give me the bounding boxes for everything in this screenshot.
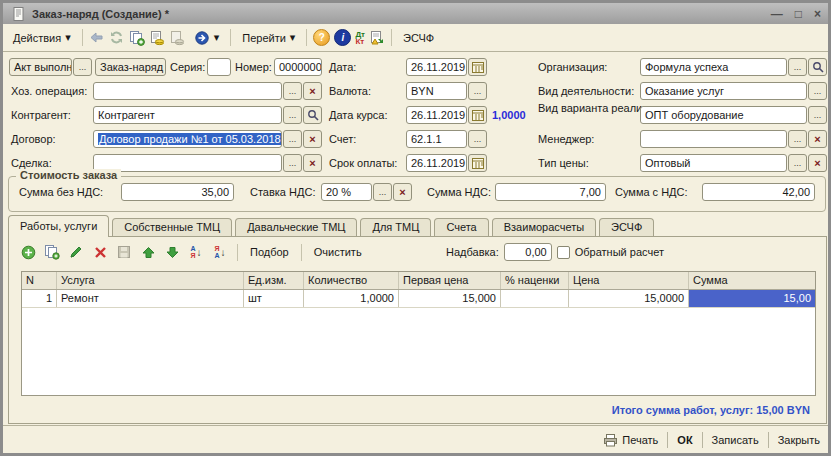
contragent-open-button[interactable] xyxy=(303,106,322,124)
doc-type-selector[interactable]: Заказ-наряд xyxy=(95,58,166,76)
organization-open-button[interactable] xyxy=(808,58,827,76)
eschf-toolbar-button[interactable]: ЭСЧФ xyxy=(398,30,439,46)
close-button[interactable]: Закрыть xyxy=(778,434,820,446)
end-edit-button[interactable] xyxy=(115,243,133,261)
currency-label: Валюта: xyxy=(329,82,371,100)
col-header-sum: Сумма xyxy=(689,272,815,289)
number-input[interactable]: 0000000 xyxy=(274,58,322,76)
save-button[interactable]: Записать xyxy=(712,434,759,446)
sort-ascending-icon[interactable]: А Я ↓ xyxy=(187,243,205,261)
cell-markup-pct[interactable] xyxy=(501,290,569,307)
tab-davalcheskie-tmc[interactable]: Давальческие ТМЦ xyxy=(235,218,357,237)
toolbar-separator xyxy=(391,29,392,46)
cell-n[interactable]: 1 xyxy=(22,290,57,307)
deal-input[interactable] xyxy=(93,154,282,172)
contract-input[interactable]: Договор продажи №1 от 05.03.2018 xyxy=(93,130,282,148)
vat-rate-clear-button[interactable]: × xyxy=(393,183,412,201)
payment-due-calendar-button[interactable] xyxy=(468,154,487,172)
date-calendar-button[interactable] xyxy=(468,58,487,76)
vat-sum-input[interactable]: 7,00 xyxy=(495,183,606,201)
currency-input[interactable]: BYN xyxy=(406,82,467,100)
series-input[interactable] xyxy=(207,58,231,76)
organization-select-button[interactable]: ... xyxy=(788,58,807,76)
edit-row-button[interactable] xyxy=(67,243,85,261)
activity-select-button[interactable]: ... xyxy=(808,82,827,100)
currency-select-button[interactable]: ... xyxy=(468,82,487,100)
maximize-button[interactable]: □ xyxy=(795,5,802,23)
sum-no-vat-input[interactable]: 35,00 xyxy=(121,183,234,201)
info-icon[interactable]: i xyxy=(334,29,351,46)
hoz-operation-clear-button[interactable]: × xyxy=(303,82,322,100)
post-document-icon[interactable] xyxy=(149,30,165,46)
reverse-calc-checkbox[interactable] xyxy=(557,246,570,259)
output-dropdown-button[interactable]: ▾ xyxy=(189,28,225,48)
cell-unit[interactable]: шт xyxy=(244,290,304,307)
deal-clear-button[interactable]: × xyxy=(303,154,322,172)
vat-rate-input[interactable]: 20 % xyxy=(321,183,372,201)
sort-descending-icon[interactable]: Я А ↓ xyxy=(211,243,229,261)
sum-with-vat-input[interactable]: 42,00 xyxy=(702,183,815,201)
move-down-button[interactable] xyxy=(163,243,181,261)
move-up-button[interactable] xyxy=(139,243,157,261)
ok-button[interactable]: ОК xyxy=(677,434,692,446)
cell-price[interactable]: 15,0000 xyxy=(569,290,689,307)
contract-clear-button[interactable]: × xyxy=(303,130,322,148)
manager-input[interactable] xyxy=(640,130,787,148)
podbor-button[interactable]: Подбор xyxy=(246,245,293,259)
manager-select-button[interactable]: ... xyxy=(788,130,807,148)
cell-quantity[interactable]: 1,0000 xyxy=(304,290,399,307)
contragent-select-button[interactable]: ... xyxy=(283,106,302,124)
cell-first-price[interactable]: 15,000 xyxy=(399,290,501,307)
rate-date-input[interactable]: 26.11.2019 xyxy=(406,106,467,124)
activity-input[interactable]: Оказание услуг xyxy=(640,82,807,100)
markup-input[interactable]: 0,00 xyxy=(504,243,552,261)
rate-date-calendar-button[interactable] xyxy=(468,106,487,124)
add-row-button[interactable] xyxy=(19,243,37,261)
tab-for-tmc[interactable]: Для ТМЦ xyxy=(360,218,431,237)
help-icon[interactable]: ? xyxy=(313,29,330,46)
actions-menu-button[interactable]: Действия ▾ xyxy=(8,29,76,46)
delete-row-button[interactable] xyxy=(91,243,109,261)
sale-variant-input[interactable]: ОПТ оборудование xyxy=(640,106,807,124)
cell-sum-selected[interactable]: 15,00 xyxy=(689,290,815,307)
copy-document-icon[interactable] xyxy=(129,30,145,46)
cell-service[interactable]: Ремонт xyxy=(57,290,244,307)
previous-document-icon[interactable] xyxy=(89,30,105,46)
act-type-button[interactable]: Акт выполн xyxy=(9,58,72,76)
deal-select-button[interactable]: ... xyxy=(283,154,302,172)
contragent-input[interactable]: Контрагент xyxy=(93,106,282,124)
hoz-operation-select-button[interactable]: ... xyxy=(283,82,302,100)
vat-rate-select-button[interactable]: ... xyxy=(373,183,392,201)
tab-accounts[interactable]: Счета xyxy=(434,218,488,237)
contract-select-button[interactable]: ... xyxy=(283,130,302,148)
account-input[interactable]: 62.1.1 xyxy=(406,130,467,148)
activity-label: Вид деятельности: xyxy=(538,82,634,100)
print-button[interactable]: Печать xyxy=(602,432,658,448)
clear-icon: × xyxy=(309,134,315,144)
tab-works-services[interactable]: Работы, услуги xyxy=(8,215,109,237)
minimize-button[interactable]: — xyxy=(771,5,783,23)
manager-clear-button[interactable]: × xyxy=(808,130,827,148)
price-type-clear-button[interactable]: × xyxy=(808,154,827,172)
window-close-button[interactable]: × xyxy=(814,5,821,23)
report-structure-icon[interactable] xyxy=(369,30,385,46)
payment-due-input[interactable]: 26.11.2019 xyxy=(406,154,467,172)
act-type-select-button[interactable]: ... xyxy=(73,58,92,76)
copy-row-button[interactable] xyxy=(43,243,61,261)
unpost-document-icon[interactable] xyxy=(169,30,185,46)
organization-input[interactable]: Формула успеха xyxy=(640,58,787,76)
price-type-select-button[interactable]: ... xyxy=(788,154,807,172)
account-select-button[interactable]: ... xyxy=(468,130,487,148)
debit-credit-icon[interactable]: Дт Кт xyxy=(355,31,365,45)
goto-menu-button[interactable]: Перейти ▾ xyxy=(237,29,300,46)
order-cost-title: Стоимость заказа xyxy=(16,169,121,181)
tab-own-tmc[interactable]: Собственные ТМЦ xyxy=(112,218,232,237)
tab-eschf[interactable]: ЭСЧФ xyxy=(599,218,654,237)
refresh-icon[interactable] xyxy=(109,30,125,46)
clear-table-button[interactable]: Очистить xyxy=(310,245,366,259)
tab-mutual-settlements[interactable]: Взаиморасчеты xyxy=(492,218,596,237)
hoz-operation-input[interactable] xyxy=(93,82,282,100)
price-type-input[interactable]: Оптовый xyxy=(640,154,787,172)
sale-variant-select-button[interactable]: ... xyxy=(808,106,827,124)
date-input[interactable]: 26.11.2019 xyxy=(406,58,467,76)
